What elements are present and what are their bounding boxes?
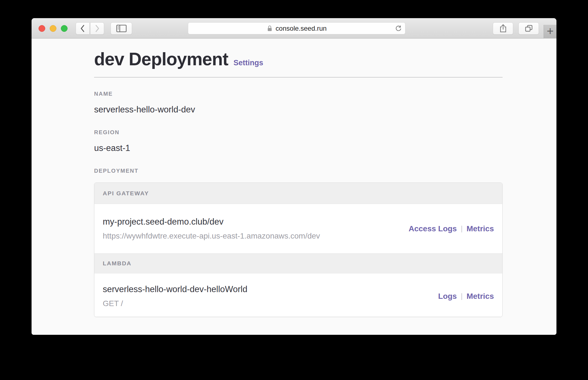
region-value: us-east-1 bbox=[94, 143, 503, 153]
lambda-function-name: serverless-hello-world-dev-helloWorld bbox=[103, 284, 247, 295]
lambda-row: serverless-hello-world-dev-helloWorld GE… bbox=[94, 273, 502, 317]
share-button[interactable] bbox=[493, 22, 513, 35]
lambda-info: serverless-hello-world-dev-helloWorld GE… bbox=[103, 284, 247, 308]
region-label: REGION bbox=[94, 129, 503, 136]
access-logs-link[interactable]: Access Logs bbox=[408, 224, 457, 233]
field-region: REGION us-east-1 bbox=[94, 129, 503, 153]
share-icon bbox=[499, 24, 508, 33]
api-gateway-row: my-project.seed-demo.club/dev https://wy… bbox=[94, 204, 502, 253]
lambda-metrics-link[interactable]: Metrics bbox=[467, 292, 494, 301]
minimize-window-button[interactable] bbox=[50, 25, 56, 32]
fullscreen-window-button[interactable] bbox=[61, 25, 68, 32]
name-label: NAME bbox=[94, 91, 503, 97]
deployment-panel: API GATEWAY my-project.seed-demo.club/de… bbox=[94, 182, 503, 317]
page-title: dev Deployment bbox=[94, 49, 228, 69]
api-gateway-info: my-project.seed-demo.club/dev https://wy… bbox=[103, 217, 320, 241]
lambda-links: Logs | Metrics bbox=[438, 292, 494, 301]
lambda-route: GET / bbox=[103, 299, 247, 308]
sidebar-icon bbox=[116, 24, 127, 33]
plus-icon: + bbox=[547, 25, 554, 37]
link-separator: | bbox=[461, 292, 463, 300]
back-button[interactable] bbox=[76, 22, 90, 35]
api-endpoint-url: https://wywhfdwtre.execute-api.us-east-1… bbox=[103, 231, 320, 241]
name-value: serverless-hello-world-dev bbox=[94, 105, 503, 115]
settings-link[interactable]: Settings bbox=[233, 59, 263, 67]
section-header-lambda: LAMBDA bbox=[94, 253, 502, 273]
tabs-icon bbox=[524, 24, 533, 33]
field-name: NAME serverless-hello-world-dev bbox=[94, 91, 503, 115]
chevron-left-icon bbox=[79, 24, 86, 33]
forward-button[interactable] bbox=[90, 22, 104, 35]
section-header-text: API GATEWAY bbox=[103, 190, 149, 197]
title-divider bbox=[94, 77, 503, 78]
url-text: console.seed.run bbox=[276, 25, 327, 32]
safari-window: console.seed.run bbox=[32, 18, 556, 335]
api-endpoint-title: my-project.seed-demo.club/dev bbox=[103, 217, 320, 227]
tab-overview-button[interactable] bbox=[518, 22, 539, 35]
new-tab-button[interactable]: + bbox=[544, 25, 556, 39]
link-separator: | bbox=[461, 224, 463, 233]
section-header-api-gateway: API GATEWAY bbox=[94, 183, 502, 204]
address-bar[interactable]: console.seed.run bbox=[188, 22, 405, 34]
chevron-right-icon bbox=[94, 24, 101, 33]
deployment-label: DEPLOYMENT bbox=[94, 168, 503, 174]
browser-toolbar: console.seed.run bbox=[32, 18, 556, 39]
refresh-button[interactable] bbox=[395, 25, 402, 33]
section-header-text: LAMBDA bbox=[103, 260, 132, 267]
sidebar-toggle-button[interactable] bbox=[111, 22, 132, 35]
title-row: dev Deployment Settings bbox=[94, 49, 503, 69]
desktop-background: console.seed.run bbox=[0, 0, 588, 380]
close-window-button[interactable] bbox=[39, 25, 45, 32]
page-content: dev Deployment Settings NAME serverless-… bbox=[32, 39, 556, 335]
lambda-logs-link[interactable]: Logs bbox=[438, 292, 457, 301]
api-metrics-link[interactable]: Metrics bbox=[467, 224, 494, 233]
window-controls bbox=[39, 25, 68, 32]
api-gateway-links: Access Logs | Metrics bbox=[408, 224, 494, 233]
lock-icon bbox=[267, 25, 273, 32]
content-container: dev Deployment Settings NAME serverless-… bbox=[94, 49, 503, 317]
